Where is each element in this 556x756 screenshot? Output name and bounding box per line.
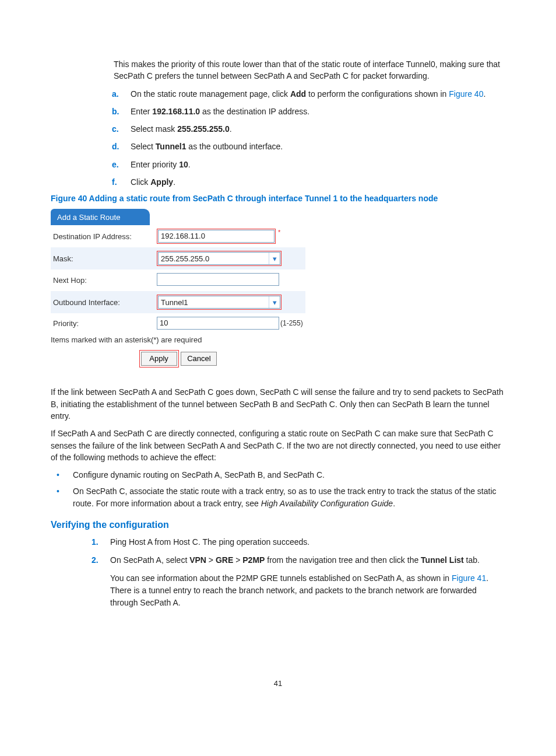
bullet-list: Configure dynamic routing on SecPath A, … [57, 469, 505, 509]
bullet-dynamic-routing: Configure dynamic routing on SecPath A, … [57, 469, 505, 481]
label-next-hop: Next Hop: [51, 270, 154, 291]
mask-select[interactable]: 255.255.255.0 ▾ [158, 252, 280, 265]
cancel-button[interactable]: Cancel [181, 352, 217, 366]
step-f-bold: Apply [150, 177, 173, 187]
step-a: a. On the static route management page, … [112, 88, 505, 100]
step-d-bold: Tunnel1 [156, 142, 186, 151]
verify-2-tunnel: Tunnel List [421, 555, 464, 565]
priority-input[interactable]: 10 [157, 317, 279, 330]
alpha-step-list: a. On the static route management page, … [112, 88, 505, 188]
apply-button[interactable]: Apply [141, 352, 177, 366]
step-e-pre: Enter priority [131, 160, 179, 169]
priority-range: (1-255) [280, 319, 303, 327]
step-f-post: . [173, 177, 175, 187]
label-outbound-interface: Outbound Interface: [51, 291, 154, 313]
step-e: e. Enter priority 10. [112, 159, 505, 170]
outbound-value: Tunnel1 [161, 298, 188, 307]
mask-value: 255.255.255.0 [161, 254, 209, 263]
chevron-down-icon: ▾ [269, 253, 280, 264]
verify-steps: 1. Ping Host A from Host C. The ping ope… [92, 536, 505, 566]
tab-add-static-route[interactable]: Add a Static Route [51, 209, 150, 225]
intro-paragraph: This makes the priority of this route lo… [114, 58, 505, 82]
step-a-marker: a. [112, 88, 119, 100]
step-f-marker: f. [112, 176, 117, 188]
step-b-post: as the destination IP address. [200, 107, 309, 116]
verify-2-gre: GRE [216, 555, 233, 565]
step-a-end: . [483, 89, 485, 99]
step-f-pre: Click [131, 177, 150, 187]
step-a-post: to perform the configurations shown in [306, 89, 449, 99]
step-b-marker: b. [112, 106, 119, 117]
step-d: d. Select Tunnel1 as the outbound interf… [112, 141, 505, 152]
verify-1-text: Ping Host A from Host C. The ping operat… [110, 537, 309, 547]
verify-2-subpara: You can see information about the P2MP G… [110, 572, 505, 609]
verify-sub-pre: You can see information about the P2MP G… [110, 573, 452, 583]
label-mask: Mask: [51, 247, 154, 270]
step-b-bold: 192.168.11.0 [152, 107, 200, 116]
step-c: c. Select mask 255.255.255.0. [112, 123, 505, 135]
step-c-post: . [230, 124, 232, 134]
step-c-bold: 255.255.255.0 [177, 124, 230, 134]
step-b: b. Enter 192.168.11.0 as the destination… [112, 106, 505, 117]
step-c-marker: c. [112, 123, 119, 135]
required-note: Items marked with an asterisk(*) are req… [51, 333, 305, 344]
bullet-track-entry: On SecPath C, associate the static route… [57, 485, 505, 509]
page-number: 41 [51, 679, 505, 688]
figure-40-link[interactable]: Figure 40 [449, 89, 483, 99]
form-screenshot: Add a Static Route Destination IP Addres… [51, 209, 305, 368]
chevron-down-icon: ▾ [269, 296, 280, 308]
step-a-bold: Add [290, 89, 306, 99]
step-d-post: as the outbound interface. [186, 142, 283, 151]
verify-step-1: 1. Ping Host A from Host C. The ping ope… [92, 536, 505, 548]
step-f: f. Click Apply. [112, 176, 505, 188]
step-e-bold: 10 [179, 160, 188, 169]
next-hop-input[interactable] [157, 273, 279, 286]
verify-2-p2mp: P2MP [242, 555, 265, 565]
paragraph-link-down: If the link between SecPath A and SecPat… [51, 386, 505, 422]
step-c-pre: Select mask [131, 124, 177, 134]
step-e-post: . [188, 160, 191, 169]
verify-heading: Verifying the configuration [51, 520, 505, 530]
bullet2-post: . [393, 499, 395, 508]
step-d-marker: d. [112, 141, 119, 152]
outbound-interface-select[interactable]: Tunnel1 ▾ [158, 296, 280, 309]
step-a-pre: On the static route management page, cli… [131, 89, 290, 99]
verify-2-marker: 2. [92, 554, 98, 566]
form-table: Destination IP Address: 192.168.11.0 * M… [51, 225, 305, 333]
verify-step-2: 2. On SecPath A, select VPN > GRE > P2MP… [92, 554, 505, 566]
figure-41-link[interactable]: Figure 41 [452, 573, 486, 583]
step-b-pre: Enter [131, 107, 152, 116]
paragraph-direct-connect: If SecPath A and SecPath C are directly … [51, 428, 505, 463]
verify-2-pre: On SecPath A, select [110, 555, 189, 565]
step-e-marker: e. [112, 159, 119, 170]
verify-2-mid: from the navigation tree and then click … [265, 555, 421, 565]
destination-ip-input[interactable]: 192.168.11.0 [158, 230, 275, 243]
verify-1-marker: 1. [92, 536, 98, 548]
step-d-pre: Select [131, 142, 156, 151]
figure-caption: Figure 40 Adding a static route from Sec… [51, 194, 505, 203]
label-destination-ip: Destination IP Address: [51, 225, 154, 247]
bullet2-italic: High Availability Configuration Guide [261, 499, 393, 508]
required-star-icon: * [278, 229, 280, 236]
label-priority: Priority: [51, 313, 154, 333]
verify-2-post: tab. [464, 555, 480, 565]
verify-2-vpn: VPN [189, 555, 206, 565]
